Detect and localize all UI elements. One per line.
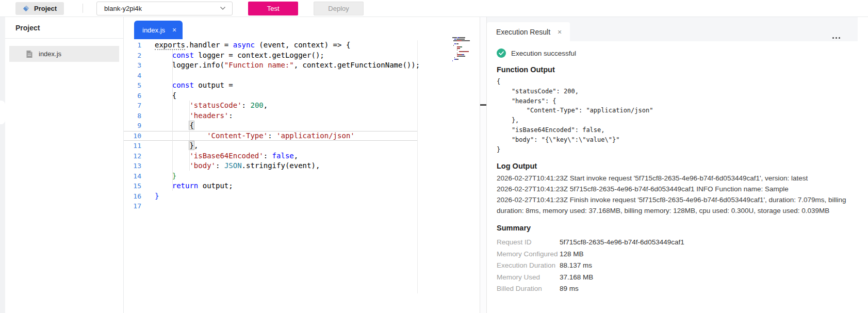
line-number[interactable]: 10 <box>124 131 149 141</box>
summary-title: Summary <box>497 224 853 232</box>
code-text <box>149 201 155 211</box>
summary-row: Memory Used37.168 MB <box>497 271 853 283</box>
minimap[interactable] <box>452 37 479 63</box>
project-sidebar: Project index.js <box>5 17 124 313</box>
close-icon[interactable]: × <box>558 28 562 36</box>
project-button-label: Project <box>34 5 57 12</box>
execution-result-pane: Execution Result × Execution successful … <box>487 17 868 313</box>
function-select-value: blank-y2pi4k <box>104 5 142 12</box>
line-number[interactable]: 1 <box>124 40 149 51</box>
code-line[interactable]: 11 }, <box>124 141 417 151</box>
summary-value: 88.137 ms <box>560 261 592 269</box>
code-text <box>149 71 155 81</box>
code-line[interactable]: 6 { <box>124 91 417 101</box>
results-tab-bar: Execution Result × <box>487 17 868 41</box>
sidebar-title: Project <box>5 17 123 39</box>
summary-value: 5f715cf8-2635-4e96-b74f-6d053449caf1 <box>560 238 684 246</box>
line-number[interactable]: 12 <box>124 151 149 161</box>
summary-label: Request ID <box>497 238 560 246</box>
test-button[interactable]: Test <box>248 2 298 15</box>
line-number[interactable]: 2 <box>124 51 149 61</box>
line-number[interactable]: 14 <box>124 171 149 182</box>
close-icon[interactable]: × <box>172 26 176 34</box>
code-lines: 1exports.handler = async (event, context… <box>124 40 418 293</box>
code-line[interactable]: 10 'Content-Type': 'application/json' <box>124 131 417 141</box>
left-edge-gutter <box>0 17 5 313</box>
more-options-icon[interactable] <box>830 35 842 41</box>
indent-guide <box>172 50 173 191</box>
log-line: 2026-02-27T10:41:23Z Finish invoke reque… <box>497 194 853 216</box>
project-button[interactable]: Project <box>15 2 64 15</box>
summary-value: 128 MB <box>560 250 584 258</box>
code-line[interactable]: 7 'statusCode': 200, <box>124 101 417 111</box>
code-line[interactable]: 9 { <box>124 121 417 131</box>
line-number[interactable]: 13 <box>124 161 149 171</box>
summary-row: Billed Duration89 ms <box>497 283 853 294</box>
function-output-title: Function Output <box>497 65 853 74</box>
summary-value: 89 ms <box>560 285 579 292</box>
summary-label: Billed Duration <box>497 285 560 292</box>
main-area: Project index.js index.js × 1exports.han <box>0 17 868 313</box>
line-number[interactable]: 8 <box>124 111 149 121</box>
execution-status: Execution successful <box>497 48 853 58</box>
function-select[interactable]: blank-y2pi4k <box>96 2 233 15</box>
editor-pane: index.js × 1exports.handler = async (eve… <box>124 17 480 313</box>
log-line: 2026-02-27T10:41:23Z Start invoke reques… <box>497 173 853 184</box>
chevron-down-icon <box>220 6 226 10</box>
editor-tab-indexjs[interactable]: index.js × <box>134 21 183 39</box>
summary-row: Request ID5f715cf8-2635-4e96-b74f-6d0534… <box>497 236 853 248</box>
code-text: 'statusCode': 200, <box>149 101 268 111</box>
deploy-button[interactable]: Deploy <box>314 2 364 15</box>
editor-tab-label: index.js <box>142 26 165 34</box>
code-line[interactable]: 15 return output; <box>124 181 417 191</box>
line-number[interactable]: 9 <box>124 121 149 131</box>
code-line[interactable]: 4 <box>124 71 417 81</box>
code-line[interactable]: 8 'headers': <box>124 111 417 121</box>
code-text: return output; <box>149 181 233 191</box>
summary-label: Memory Used <box>497 273 560 281</box>
summary-row: Memory Configured128 MB <box>497 248 853 260</box>
line-number[interactable]: 15 <box>124 181 149 191</box>
execution-status-text: Execution successful <box>511 50 576 57</box>
indent-guide <box>189 101 190 171</box>
code-text: 'body': JSON.stringify(event), <box>149 161 320 171</box>
code-text: const output = <box>149 80 233 91</box>
code-text: const logger = context.getLogger(); <box>149 51 324 61</box>
line-number[interactable]: 5 <box>124 80 149 91</box>
panel-splitter[interactable] <box>480 17 487 313</box>
function-output-json: { "statusCode": 200, "headers": { "Conte… <box>497 77 853 154</box>
code-line[interactable]: 13 'body': JSON.stringify(event), <box>124 161 417 171</box>
line-number[interactable]: 4 <box>124 71 149 81</box>
line-number[interactable]: 11 <box>124 141 149 151</box>
success-check-icon <box>497 48 506 58</box>
line-number[interactable]: 17 <box>124 201 149 211</box>
code-text: }, <box>149 141 198 151</box>
file-item-label: index.js <box>39 50 61 58</box>
code-text: 'Content-Type': 'application/json' <box>149 131 355 141</box>
project-logo-icon <box>23 5 30 12</box>
line-number[interactable]: 16 <box>124 191 149 202</box>
file-item-indexjs[interactable]: index.js <box>9 46 119 62</box>
file-list: index.js <box>5 39 123 62</box>
line-number[interactable]: 3 <box>124 60 149 71</box>
code-text: 'isBase64Encoded': false, <box>149 151 298 161</box>
code-text: } <box>149 191 159 202</box>
line-number[interactable]: 6 <box>124 91 149 101</box>
code-line[interactable]: 16} <box>124 191 417 202</box>
code-line[interactable]: 5 const output = <box>124 80 417 91</box>
app-window: Project blank-y2pi4k Test Deploy Project <box>0 0 868 313</box>
code-line[interactable]: 3 logger.info("Function name:", context.… <box>124 60 417 71</box>
code-line[interactable]: 2 const logger = context.getLogger(); <box>124 51 417 61</box>
code-line[interactable]: 1exports.handler = async (event, context… <box>124 40 417 51</box>
editor-tab-bar: index.js × <box>124 17 480 39</box>
splitter-drag-handle[interactable] <box>480 104 486 106</box>
code-line[interactable]: 17 <box>124 201 417 211</box>
panel-collapse-handle[interactable] <box>0 101 5 124</box>
summary-label: Memory Configured <box>497 250 560 258</box>
code-line[interactable]: 14 } <box>124 171 417 182</box>
line-number[interactable]: 7 <box>124 101 149 111</box>
code-line[interactable]: 12 'isBase64Encoded': false, <box>124 151 417 161</box>
results-right-gutter <box>858 17 868 41</box>
tab-execution-result[interactable]: Execution Result × <box>487 22 570 41</box>
editor-body[interactable]: 1exports.handler = async (event, context… <box>124 39 480 293</box>
